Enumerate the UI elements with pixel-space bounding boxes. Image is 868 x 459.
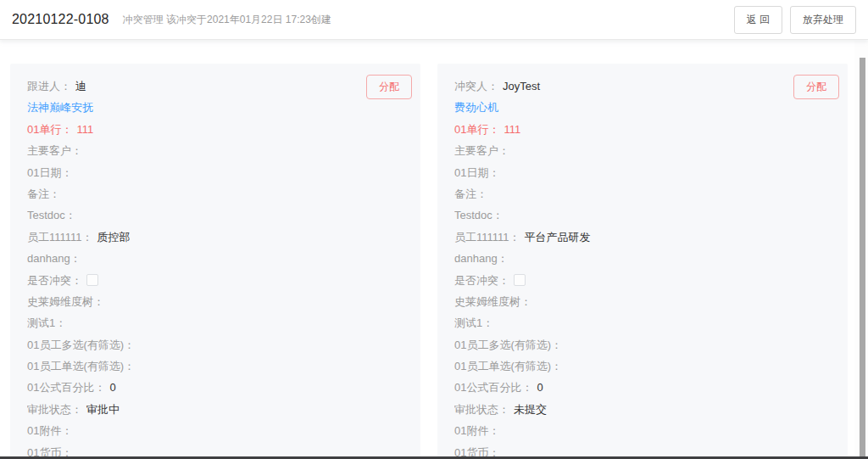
field-label: 史莱姆维度树： [27, 295, 104, 308]
field-label: 01日期： [27, 166, 72, 179]
field-label: 测试1： [27, 316, 66, 329]
field-label: 员工111111： [27, 231, 93, 243]
field-row: Testdoc： [454, 208, 831, 223]
person-value: JoyTest [503, 80, 540, 92]
field-label: 01附件： [27, 424, 72, 437]
field-value: 未提交 [514, 403, 547, 416]
highlight-row: 01单行：111 [454, 122, 831, 137]
field-label: 01公式百分比： [454, 381, 532, 394]
field-label: 测试1： [454, 316, 493, 329]
record-link[interactable]: 费劲心机 [454, 101, 498, 114]
field-list: 主要客户： 01日期： 备注： Testdoc： 员工111111：质控部 da… [27, 143, 403, 459]
field-label: 01附件： [454, 424, 499, 437]
back-button[interactable]: 返 回 [734, 6, 782, 34]
field-label: 是否冲突： [454, 274, 509, 287]
highlight-value: 111 [504, 123, 520, 136]
field-label: 01员工多选(有筛选)： [27, 339, 135, 351]
record-link-row: 费劲心机 [454, 100, 831, 115]
conflict-subtitle: 冲突管理 该冲突于2021年01月22日 17:23创建 [123, 13, 331, 27]
field-value: 质控部 [97, 231, 131, 243]
field-row: 01员工多选(有筛选)： [27, 338, 403, 353]
field-label: 员工111111： [454, 231, 520, 243]
person-label: 跟进人： [27, 80, 71, 92]
field-row: 01日期： [27, 165, 403, 181]
field-row: 主要客户： [27, 143, 403, 159]
field-row: 01公式百分比：0 [27, 380, 403, 395]
field-row: 是否冲突： [454, 273, 831, 288]
field-label: danhang： [454, 252, 509, 265]
record-link-row: 法神巅峰安抚 [27, 100, 403, 115]
field-value: 平台产品研发 [525, 231, 591, 243]
field-row: 01附件： [454, 423, 831, 439]
field-label: 01员工单选(有筛选)： [27, 360, 135, 372]
field-label: danhang： [27, 252, 81, 265]
page-header: 20210122-0108 冲突管理 该冲突于2021年01月22日 17:23… [0, 0, 868, 40]
field-label: 01公式百分比： [27, 381, 105, 394]
field-row: 测试1： [454, 316, 831, 331]
field-label: 是否冲突： [27, 274, 82, 287]
field-label: 备注： [27, 188, 60, 200]
field-row: Testdoc： [27, 208, 403, 223]
record-id-title: 20210122-0108 [12, 12, 109, 27]
field-row: 01公式百分比：0 [454, 380, 831, 395]
field-label: 备注： [454, 188, 487, 200]
field-label: 主要客户： [454, 144, 509, 157]
field-label: 审批状态： [27, 403, 82, 416]
highlight-label: 01单行： [454, 123, 499, 136]
field-label: 01员工单选(有筛选)： [454, 360, 562, 372]
field-label: 审批状态： [454, 403, 509, 416]
assign-button-right[interactable]: 分配 [793, 75, 839, 99]
person-label: 冲突人： [454, 80, 498, 92]
field-list: 主要客户： 01日期： 备注： Testdoc： 员工111111：平台产品研发… [454, 143, 831, 459]
record-link[interactable]: 法神巅峰安抚 [27, 101, 93, 114]
field-row: danhang： [27, 251, 403, 266]
field-row: 01员工单选(有筛选)： [454, 359, 831, 374]
field-label: Testdoc： [27, 209, 76, 221]
field-row: 审批状态：未提交 [454, 402, 831, 417]
field-row: 主要客户： [454, 143, 831, 159]
vertical-scrollbar-thumb[interactable] [860, 58, 865, 459]
field-label: Testdoc： [454, 209, 504, 221]
person-value: 迪 [75, 80, 86, 92]
field-row: 备注： [454, 187, 831, 202]
field-row: 员工111111：平台产品研发 [454, 230, 831, 245]
field-row: 测试1： [27, 316, 403, 331]
field-row: 01附件： [27, 423, 403, 439]
field-row: 01员工多选(有筛选)： [454, 338, 831, 353]
person-row: 跟进人：迪 [27, 79, 403, 94]
assign-button-left[interactable]: 分配 [366, 75, 412, 99]
field-row: 史莱姆维度树： [27, 294, 403, 310]
field-label: 01日期： [454, 166, 499, 179]
field-row: 01员工单选(有筛选)： [27, 359, 403, 374]
field-label: 史莱姆维度树： [454, 295, 531, 308]
field-label: 01员工多选(有筛选)： [454, 339, 562, 351]
field-value: 0 [537, 381, 542, 394]
field-row: 是否冲突： [27, 273, 403, 288]
field-row: danhang： [454, 251, 831, 266]
field-value: 审批中 [86, 403, 120, 416]
field-row: 审批状态：审批中 [27, 402, 403, 417]
highlight-row: 01单行：111 [27, 122, 403, 137]
field-row: 史莱姆维度树： [454, 294, 831, 310]
field-row: 01日期： [454, 165, 831, 181]
field-label: 主要客户： [27, 144, 82, 157]
field-row: 员工111111：质控部 [27, 230, 403, 245]
field-row: 备注： [27, 187, 403, 202]
conflict-checkbox[interactable] [514, 274, 526, 286]
highlight-value: 111 [76, 123, 93, 136]
field-value: 0 [109, 381, 115, 394]
followup-person-card: 分配 跟进人：迪 法神巅峰安抚 01单行：111 主要客户： 01日期： 备注：… [10, 64, 420, 459]
person-row: 冲突人：JoyTest [454, 79, 831, 94]
abandon-button[interactable]: 放弃处理 [790, 6, 856, 34]
conflict-checkbox[interactable] [86, 274, 98, 286]
conflict-person-card: 分配 冲突人：JoyTest 费劲心机 01单行：111 主要客户： 01日期：… [437, 64, 848, 459]
highlight-label: 01单行： [27, 123, 72, 136]
